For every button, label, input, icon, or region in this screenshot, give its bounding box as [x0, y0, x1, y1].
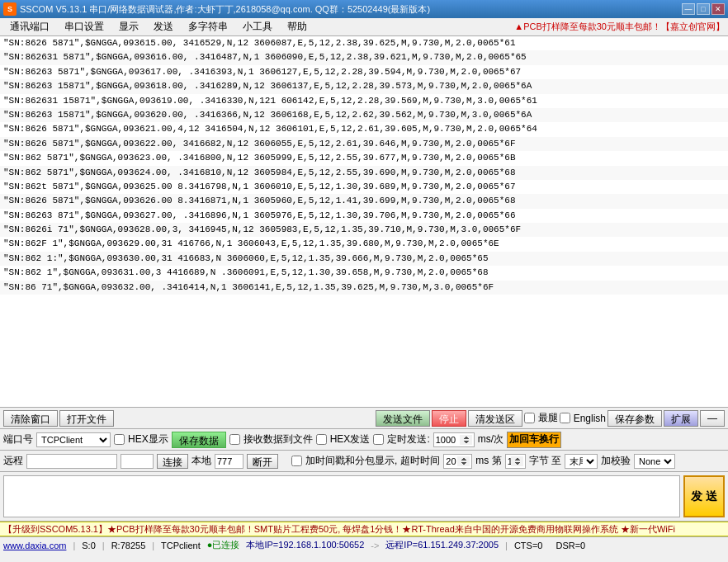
open-file-button[interactable]: 打开文件 — [59, 410, 114, 427]
time-interval-checkbox[interactable] — [291, 456, 302, 466]
table-row: "SN:8626 5871",$GNGGA,093621.00,4,12 341… — [0, 122, 728, 136]
table-row: "SN:862t 5871",$GNGGA,093625.00 8.341679… — [0, 180, 728, 194]
local-label: 本地 — [191, 454, 211, 468]
window-controls: — □ ✕ — [682, 3, 725, 15]
table-row: "SN:8626 5871",$GNGGA,093626.00 8.341687… — [0, 194, 728, 208]
english-label: English — [574, 413, 606, 424]
table-row: "SN:862 5871",$GNGGA,093624.00, .3416810… — [0, 166, 728, 180]
collapse-button[interactable]: — — [700, 410, 725, 427]
time-interval-label: 加时间戳和分包显示, — [305, 454, 397, 468]
close-button[interactable]: ✕ — [711, 3, 725, 15]
table-row: "SN:862631 15871",$GNGGA,093619.00, .341… — [0, 94, 728, 108]
receive-to-file-checkbox[interactable] — [229, 434, 240, 445]
byte-input[interactable] — [505, 454, 526, 469]
last-label: 最腿 — [538, 411, 558, 425]
promo-text: 【升级到SSCOM5.13.1】★PCB打样降至每款30元顺丰包邮！SMT贴片工… — [3, 523, 675, 536]
menu-display[interactable]: 显示 — [112, 18, 145, 35]
table-row: "SN:86263 871",$GNGGA,093627.00, .341689… — [0, 209, 728, 223]
last-checkbox[interactable] — [524, 413, 535, 423]
port-select[interactable]: TCPClient — [36, 432, 111, 447]
table-row: "SN:862F 1",$GNGGA,093629.00,31 416766,N… — [0, 237, 728, 251]
timeout-label: 超时时间 — [400, 454, 440, 468]
app-icon: S — [3, 2, 17, 16]
timed-send-checkbox[interactable] — [373, 434, 384, 445]
timed-interval-input[interactable] — [433, 432, 475, 447]
english-checkbox-group: English — [560, 413, 606, 424]
minimize-button[interactable]: — — [682, 3, 695, 15]
data-display-area: "SN:8626 5871",$GNGGA,093615.00, 3416529… — [0, 36, 728, 408]
table-row: "SN:8626 5871",$GNGGA,093622.00, 3416682… — [0, 137, 728, 151]
timed-send-label: 定时发送: — [387, 432, 429, 446]
byte-unit-label: 字节 至 — [529, 454, 561, 468]
title-bar: S SSCOM V5.13.1 串口/网络数据调试器,作者:大虾丁丁,26180… — [0, 0, 728, 18]
table-row: "SN:862631 5871",$GNGGA,093616.00, .3416… — [0, 50, 728, 64]
send-button[interactable]: 发 送 — [683, 475, 725, 517]
remote-ip-input[interactable] — [26, 454, 117, 469]
last-checkbox-group: 最腿 — [524, 411, 558, 425]
hex-display-checkbox[interactable] — [114, 434, 125, 445]
table-row: "SN:8626 5871",$GNGGA,093615.00, 3416529… — [0, 36, 728, 50]
send-area: 发 送 — [0, 472, 728, 522]
status-bar: www.daxia.com | S:0 | R:78255 | TCPclien… — [0, 536, 728, 553]
table-row: "SN:8626i 71",$GNGGA,093628.00,3, 341694… — [0, 223, 728, 237]
table-row: "SN:862 1",$GNGGA,093631.00,3 4416689,N … — [0, 266, 728, 280]
menu-multistring[interactable]: 多字符串 — [182, 18, 234, 35]
menu-port[interactable]: 通讯端口 — [3, 18, 56, 35]
connect-button[interactable]: 连接 — [157, 454, 188, 469]
stop-button[interactable]: 停止 — [432, 410, 466, 427]
timed-unit-label: ms/次 — [478, 432, 503, 446]
save-data-button[interactable]: 保存数据 — [172, 432, 226, 448]
action-toolbar: 清除窗口 打开文件 发送文件 停止 清发送区 最腿 English 保存参数 扩… — [0, 408, 728, 429]
clear-send-button[interactable]: 清发送区 — [468, 410, 522, 427]
checksum-select[interactable]: None — [634, 454, 675, 469]
table-row: "SN:862 1:",$GNGGA,093630.00,31 416683,N… — [0, 252, 728, 266]
send-file-button[interactable]: 发送文件 — [376, 410, 430, 427]
timeout-unit-label: ms 第 — [475, 454, 501, 468]
menu-help[interactable]: 帮助 — [281, 18, 314, 35]
enter-newline-button[interactable]: 加回车换行 — [507, 432, 561, 448]
port-toolbar: 端口号 TCPClient HEX显示 保存数据 接收数据到文件 HEX发送 定… — [0, 429, 728, 451]
checksum-label: 加校验 — [601, 454, 631, 468]
timed-send-group: 定时发送: — [373, 432, 429, 446]
menu-bar: 通讯端口 串口设置 显示 发送 多字符串 小工具 帮助 ▲PCB打样降至每款30… — [0, 18, 728, 36]
maximize-button[interactable]: □ — [697, 3, 710, 15]
send-count: S:0 — [82, 541, 96, 550]
save-params-button[interactable]: 保存参数 — [607, 410, 662, 427]
receive-count: R:78255 — [111, 541, 146, 550]
expand-button[interactable]: 扩展 — [664, 410, 698, 427]
menu-serial-settings[interactable]: 串口设置 — [58, 18, 111, 35]
menu-tools[interactable]: 小工具 — [236, 18, 279, 35]
conn-status: ●已连接 — [207, 539, 240, 551]
remote-label: 远程 — [3, 454, 23, 468]
hex-display-group: HEX显示 — [114, 432, 168, 446]
promo-bar: 【升级到SSCOM5.13.1】★PCB打样降至每款30元顺丰包邮！SMT贴片工… — [0, 522, 728, 536]
local-port-input[interactable] — [215, 454, 243, 469]
serial-data-output[interactable]: "SN:8626 5871",$GNGGA,093615.00, 3416529… — [0, 36, 728, 408]
connection-toolbar: 远程 连接 本地 断开 加时间戳和分包显示, 超时时间 ms 第 字节 至 末尾… — [0, 451, 728, 472]
mode-label: TCPclient — [161, 541, 201, 550]
title-bar-left: S SSCOM V5.13.1 串口/网络数据调试器,作者:大虾丁丁,26180… — [3, 2, 430, 16]
receive-to-file-group: 接收数据到文件 — [229, 432, 313, 446]
app-title: SSCOM V5.13.1 串口/网络数据调试器,作者:大虾丁丁,2618058… — [20, 3, 430, 16]
website-link[interactable]: www.daxia.com — [3, 541, 66, 550]
hex-send-label: HEX发送 — [330, 432, 371, 446]
table-row: "SN:86 71",$GNGGA,093632.00, .3416414,N,… — [0, 281, 728, 295]
timeout-input[interactable] — [443, 454, 472, 469]
table-row: "SN:86263 5871",$GNGGA,093617.00, .34163… — [0, 65, 728, 79]
disconnect-button[interactable]: 断开 — [247, 454, 278, 469]
remote-ip: 远程IP=61.151.249.37:2005 — [385, 539, 499, 551]
table-row: "SN:862 5871",$GNGGA,093623.00, .3416800… — [0, 151, 728, 165]
table-row: "SN:86263 15871",$GNGGA,093620.00, .3416… — [0, 108, 728, 122]
receive-to-file-label: 接收数据到文件 — [243, 432, 313, 446]
dsr-status: DSR=0 — [555, 541, 585, 550]
menu-send[interactable]: 发送 — [147, 18, 180, 35]
menu-promo: ▲PCB打样降至每款30元顺丰包邮！【嘉立创官网】 — [514, 21, 725, 33]
local-ip: 本地IP=192.168.1.100:50652 — [246, 539, 364, 551]
time-interval-group: 加时间戳和分包显示, — [291, 454, 397, 468]
end-select[interactable]: 末尾 — [565, 454, 598, 469]
english-checkbox[interactable] — [560, 413, 570, 423]
clear-window-button[interactable]: 清除窗口 — [3, 410, 58, 427]
remote-port-input[interactable] — [121, 454, 154, 469]
send-input[interactable] — [3, 475, 680, 517]
hex-send-checkbox[interactable] — [316, 434, 327, 445]
